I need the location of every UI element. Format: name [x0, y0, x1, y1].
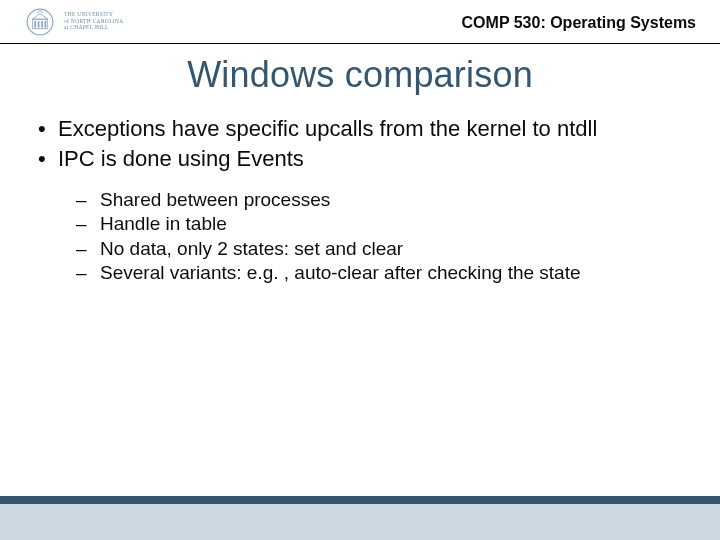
list-item: IPC is done using Events Shared between …: [34, 146, 686, 285]
list-item: Shared between processes: [74, 188, 686, 212]
slide-content: Exceptions have specific upcalls from th…: [0, 96, 720, 285]
unc-logo: THE UNIVERSITY of NORTH CAROLINA at CHAP…: [0, 8, 123, 36]
list-item: Exceptions have specific upcalls from th…: [34, 116, 686, 142]
svg-rect-2: [34, 20, 36, 27]
header-bar: THE UNIVERSITY of NORTH CAROLINA at CHAP…: [0, 0, 720, 44]
bullet-list-level1: Exceptions have specific upcalls from th…: [34, 116, 686, 285]
list-item: Handle in table: [74, 212, 686, 236]
footer-band: [0, 504, 720, 540]
svg-rect-4: [41, 20, 43, 27]
svg-point-0: [27, 9, 53, 35]
bullet-list-level2: Shared between processes Handle in table…: [74, 188, 686, 285]
svg-rect-5: [44, 20, 46, 27]
list-item-text: IPC is done using Events: [58, 146, 304, 171]
slide: THE UNIVERSITY of NORTH CAROLINA at CHAP…: [0, 0, 720, 540]
course-label: COMP 530: Operating Systems: [462, 14, 696, 32]
unc-seal-icon: [26, 8, 54, 36]
unc-logo-text: THE UNIVERSITY of NORTH CAROLINA at CHAP…: [64, 12, 123, 31]
logo-line-1: THE UNIVERSITY: [64, 12, 123, 18]
list-item: No data, only 2 states: set and clear: [74, 237, 686, 261]
svg-rect-3: [38, 20, 40, 27]
list-item: Several variants: e.g. , auto-clear afte…: [74, 261, 686, 285]
svg-marker-6: [32, 13, 48, 19]
footer-stripe: [0, 496, 720, 504]
logo-line-3: at CHAPEL HILL: [64, 25, 123, 31]
slide-title: Windows comparison: [0, 54, 720, 96]
